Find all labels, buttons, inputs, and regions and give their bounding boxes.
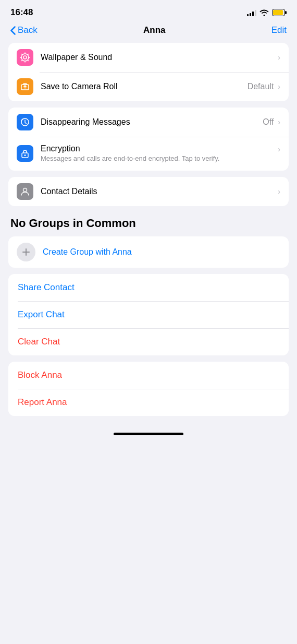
card-chat-actions: Share Contact Export Chat Clear Chat (8, 274, 289, 355)
contact-details-item[interactable]: Contact Details › (8, 177, 289, 206)
home-indicator (0, 422, 297, 440)
wallpaper-right: › (278, 53, 280, 62)
svg-point-18 (23, 188, 27, 192)
disappearing-right: Off › (263, 117, 280, 127)
svg-rect-1 (285, 11, 287, 14)
card-contact-details: Contact Details › (8, 177, 289, 206)
svg-line-9 (28, 54, 28, 55)
back-chevron-icon (10, 26, 16, 35)
card-create-group: Create Group with Anna (8, 236, 289, 268)
edit-button[interactable]: Edit (271, 25, 287, 35)
encryption-icon (17, 145, 33, 162)
camera-roll-chevron-icon: › (278, 82, 280, 91)
svg-point-17 (24, 154, 26, 156)
disappearing-content: Disappearing Messages (41, 117, 263, 127)
create-group-item[interactable]: Create Group with Anna (8, 236, 289, 268)
wifi-icon (259, 9, 269, 16)
wallpaper-item[interactable]: Wallpaper & Sound › (8, 43, 289, 72)
status-bar: 16:48 (0, 0, 297, 22)
disappearing-value: Off (263, 117, 274, 127)
card-privacy-settings: Disappearing Messages Off › Encryption M… (8, 108, 289, 171)
contact-details-icon (17, 183, 33, 200)
encryption-item[interactable]: Encryption Messages and calls are end-to… (8, 137, 289, 171)
svg-line-12 (22, 54, 22, 55)
disappearing-chevron-icon: › (278, 118, 280, 126)
contact-details-chevron-icon: › (278, 187, 280, 196)
camera-roll-content: Save to Camera Roll (41, 82, 247, 91)
contact-details-content: Contact Details (41, 187, 278, 196)
encryption-right: › (278, 145, 280, 153)
disappearing-messages-item[interactable]: Disappearing Messages Off › (8, 108, 289, 137)
create-group-label: Create Group with Anna (43, 247, 132, 257)
card-media-settings: Wallpaper & Sound › Save to Camera Roll … (8, 43, 289, 101)
contact-details-right: › (278, 187, 280, 196)
encryption-label: Encryption (41, 144, 80, 153)
nav-title: Anna (143, 25, 166, 35)
status-icons (247, 9, 287, 16)
svg-rect-2 (273, 10, 283, 15)
block-anna-button[interactable]: Block Anna (8, 362, 289, 389)
svg-point-4 (23, 56, 27, 59)
battery-icon (272, 9, 287, 16)
report-anna-button[interactable]: Report Anna (8, 389, 289, 416)
back-label: Back (18, 25, 38, 35)
disappearing-icon (17, 114, 33, 130)
camera-roll-icon (17, 78, 33, 95)
groups-section-header: No Groups in Common (8, 212, 289, 236)
settings-content: Wallpaper & Sound › Save to Camera Roll … (0, 43, 297, 416)
wallpaper-icon (17, 49, 33, 66)
camera-roll-label: Save to Camera Roll (41, 82, 118, 91)
encryption-content: Encryption Messages and calls are end-to… (41, 144, 278, 163)
status-time: 16:48 (10, 7, 33, 18)
plus-circle-icon (17, 243, 35, 261)
nav-bar: Back Anna Edit (0, 22, 297, 43)
encryption-subtitle: Messages and calls are end-to-end encryp… (41, 154, 278, 163)
contact-details-label: Contact Details (41, 187, 97, 196)
card-block-report: Block Anna Report Anna (8, 362, 289, 416)
export-chat-button[interactable]: Export Chat (8, 301, 289, 328)
disappearing-label: Disappearing Messages (41, 117, 130, 126)
signal-icon (247, 9, 256, 16)
camera-roll-right: Default › (247, 82, 280, 91)
share-contact-button[interactable]: Share Contact (8, 274, 289, 301)
camera-roll-value: Default (247, 82, 274, 91)
svg-line-10 (22, 60, 22, 61)
encryption-chevron-icon: › (278, 145, 280, 153)
wallpaper-label: Wallpaper & Sound (41, 53, 112, 62)
camera-roll-item[interactable]: Save to Camera Roll Default › (8, 72, 289, 101)
wallpaper-content: Wallpaper & Sound (41, 53, 278, 62)
home-bar (114, 433, 183, 435)
back-button[interactable]: Back (10, 25, 38, 35)
svg-line-11 (28, 60, 28, 61)
wallpaper-chevron-icon: › (278, 53, 280, 62)
clear-chat-button[interactable]: Clear Chat (8, 328, 289, 355)
